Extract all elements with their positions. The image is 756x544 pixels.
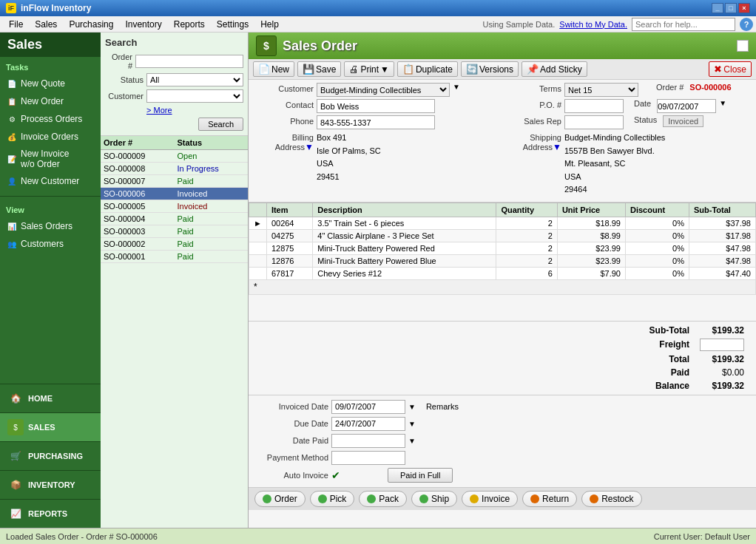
nav-inventory[interactable]: 📦 INVENTORY <box>0 470 101 499</box>
new-button[interactable]: 📄 New <box>253 61 294 77</box>
nav-reports[interactable]: 📈 REPORTS <box>0 499 101 528</box>
date-dropdown[interactable]: ▼ <box>719 99 726 107</box>
date-paid-input[interactable] <box>331 434 405 448</box>
table-row[interactable]: SO-000004Paid <box>101 213 248 225</box>
maximize-button[interactable]: □ <box>725 3 737 13</box>
menu-reports[interactable]: Reports <box>168 18 211 31</box>
status-label2: Status <box>634 115 657 124</box>
order-search-input[interactable] <box>135 55 243 68</box>
menu-settings[interactable]: Settings <box>211 18 254 31</box>
switch-link[interactable]: Switch to My Data. <box>559 20 627 29</box>
nav-home[interactable]: 🏠 HOME <box>0 384 101 412</box>
versions-button[interactable]: 🔄 Versions <box>461 61 519 77</box>
menu-help[interactable]: Help <box>254 18 285 31</box>
menu-bar: File Sales Purchasing Inventory Reports … <box>0 16 756 33</box>
invoice-status-btn[interactable]: Invoice <box>462 491 518 507</box>
invoiced-date-arrow[interactable]: ▼ <box>408 403 416 411</box>
menu-sales[interactable]: Sales <box>29 18 63 31</box>
col-order-num[interactable]: Order # <box>101 136 175 150</box>
sidebar-item-invoice-orders[interactable]: 💰 Invoice Orders <box>0 128 101 146</box>
menu-purchasing[interactable]: Purchasing <box>63 18 119 31</box>
restock-status-btn[interactable]: Restock <box>581 491 641 507</box>
sidebar-item-customers[interactable]: 👥 Customers <box>0 235 101 253</box>
status-cell: Paid <box>175 225 249 238</box>
window-controls[interactable]: _ □ × <box>712 3 750 13</box>
table-row[interactable]: SO-000006Invoiced <box>101 188 248 200</box>
app-title: inFlow Inventory <box>21 3 91 13</box>
item-unit-price: $7.90 <box>557 267 625 279</box>
new-order-icon: 📋 <box>6 95 18 107</box>
date-paid-row: Date Paid ▼ <box>254 434 750 448</box>
print-button[interactable]: 🖨 Print ▼ <box>344 61 394 77</box>
date-input[interactable] <box>657 99 716 113</box>
customer-select[interactable]: Budget-Minding Collectibles <box>317 83 450 97</box>
ship-status-btn[interactable]: Ship <box>411 491 457 507</box>
table-row[interactable]: SO-000002Paid <box>101 238 248 251</box>
due-date-arrow[interactable]: ▼ <box>408 420 416 428</box>
sidebar-item-process-orders[interactable]: ⚙ Process Orders <box>0 110 101 128</box>
nav-sales[interactable]: $ SALES <box>0 412 101 441</box>
item-row[interactable]: 67817 Chevy Series #12 6 $7.90 0% $47.40 <box>249 267 756 279</box>
menu-file[interactable]: File <box>3 18 29 31</box>
status-cell: Invoiced <box>175 188 249 200</box>
table-row[interactable]: SO-000007Paid <box>101 175 248 188</box>
sidebar-item-new-quote[interactable]: 📄 New Quote <box>0 75 101 92</box>
nav-purchasing[interactable]: 🛒 PURCHASING <box>0 441 101 470</box>
sidebar-item-sales-orders[interactable]: 📊 Sales Orders <box>0 217 101 235</box>
phone-input[interactable] <box>317 115 435 129</box>
table-row[interactable]: SO-000005Invoiced <box>101 200 248 213</box>
new-item-row[interactable]: * <box>249 279 756 294</box>
auto-invoice-row: Auto Invoice ✔ Paid in Full <box>254 468 750 483</box>
invoice-orders-icon: 💰 <box>6 131 18 143</box>
restock-dot <box>590 494 598 503</box>
col-status[interactable]: Status <box>175 136 249 150</box>
freight-input[interactable] <box>695 338 749 352</box>
contact-input[interactable] <box>317 99 435 113</box>
pick-status-btn[interactable]: Pick <box>310 491 355 507</box>
help-button[interactable]: ? <box>740 18 753 31</box>
payment-method-input[interactable] <box>331 451 405 465</box>
close-button[interactable]: × <box>738 3 750 13</box>
table-row[interactable]: SO-000001Paid <box>101 251 248 263</box>
sales-rep-input[interactable] <box>564 115 624 129</box>
search-button[interactable]: Search <box>198 118 243 131</box>
item-row[interactable]: ► 00264 3.5" Train Set - 6 pieces 2 $18.… <box>249 217 756 229</box>
return-status-btn[interactable]: Return <box>522 491 577 507</box>
item-row[interactable]: 12876 Mini-Truck Battery Powered Blue 2 … <box>249 254 756 267</box>
paid-in-full-button[interactable]: Paid in Full <box>388 468 453 483</box>
add-sticky-button[interactable]: 📌 Add Sticky <box>522 61 587 77</box>
customer-search-select[interactable] <box>146 89 243 103</box>
menu-inventory[interactable]: Inventory <box>119 18 167 31</box>
date-paid-arrow[interactable]: ▼ <box>408 437 416 445</box>
status-search-select[interactable]: All Open In Progress Paid Invoiced <box>146 73 243 86</box>
reports-icon: 📈 <box>7 506 24 522</box>
due-date-input[interactable] <box>331 417 405 431</box>
help-search-input[interactable] <box>632 18 735 31</box>
customer-dropdown-arrow[interactable]: ▼ <box>453 83 460 91</box>
new-order-label: New Order <box>21 96 64 106</box>
po-input[interactable] <box>564 99 624 113</box>
table-row[interactable]: SO-000003Paid <box>101 225 248 238</box>
save-button[interactable]: 💾 Save <box>297 61 341 77</box>
view-header: View <box>0 203 101 217</box>
minimize-button[interactable]: _ <box>712 3 723 13</box>
item-row[interactable]: 12875 Mini-Truck Battery Powered Red 2 $… <box>249 242 756 254</box>
order-status-btn[interactable]: Order <box>254 491 306 507</box>
sidebar-item-new-order[interactable]: 📋 New Order <box>0 92 101 110</box>
ship-dot <box>419 494 428 503</box>
sidebar-item-new-invoice[interactable]: 📝 New Invoicew/o Order <box>0 146 101 172</box>
close-button[interactable]: ✖ Close <box>709 61 752 77</box>
table-row[interactable]: SO-000009Open <box>101 150 248 163</box>
more-link[interactable]: > More <box>146 106 243 115</box>
invoiced-date-input[interactable] <box>331 400 405 414</box>
process-orders-icon: ⚙ <box>6 113 18 125</box>
page-icon[interactable] <box>737 40 749 52</box>
terms-select[interactable]: Net 15 <box>564 83 638 97</box>
table-row[interactable]: SO-000008In Progress <box>101 163 248 175</box>
item-row[interactable]: 04275 4" Classic Airplane - 3 Piece Set … <box>249 229 756 242</box>
duplicate-button[interactable]: 📋 Duplicate <box>397 61 458 77</box>
col-unit-price: Unit Price <box>557 203 625 217</box>
item-code: 67817 <box>266 267 312 279</box>
pack-status-btn[interactable]: Pack <box>359 491 407 507</box>
sidebar-item-new-customer[interactable]: 👤 New Customer <box>0 172 101 190</box>
